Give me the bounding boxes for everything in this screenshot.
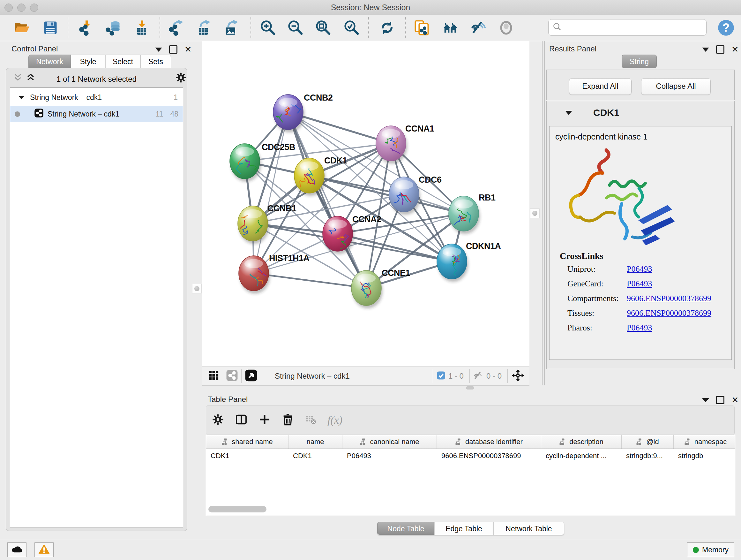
network-node-CCNB1[interactable]: CCNB1 xyxy=(236,204,296,244)
import-network-button[interactable] xyxy=(77,18,96,37)
table-cell[interactable]: CDK1 xyxy=(288,449,342,462)
column-namespace-icon xyxy=(221,438,229,446)
help-button[interactable]: ? xyxy=(717,18,735,37)
network-node-CCNE1[interactable]: CCNE1 xyxy=(351,268,410,308)
protein-collapse-icon[interactable] xyxy=(565,111,572,115)
open-session-button[interactable] xyxy=(12,18,31,37)
string-home-button[interactable] xyxy=(441,18,460,37)
hide-panel-button[interactable] xyxy=(469,18,488,37)
table-panel-float-icon[interactable] xyxy=(716,396,724,404)
column-label: namespac xyxy=(694,438,727,446)
network-canvas[interactable]: CCNB2 CCNA1 CDC25B CDK1 CDC6 xyxy=(202,41,529,367)
show-columns-icon[interactable] xyxy=(235,413,248,427)
refresh-button[interactable] xyxy=(378,18,396,37)
right-splitter-handle[interactable] xyxy=(530,208,540,218)
column-header[interactable]: namespac xyxy=(674,435,735,449)
share-network-icon[interactable] xyxy=(226,369,238,383)
column-header[interactable]: database identifier xyxy=(437,435,541,449)
grid-view-icon[interactable] xyxy=(208,370,219,382)
import-table-button[interactable] xyxy=(132,18,151,37)
clone-network-button[interactable] xyxy=(413,18,431,37)
results-panel-close-icon[interactable]: ✕ xyxy=(731,46,739,53)
export-network-button[interactable] xyxy=(167,18,185,37)
show-panel-button[interactable] xyxy=(497,18,515,37)
move-tool-icon[interactable] xyxy=(511,368,525,384)
tab-network-table[interactable]: Network Table xyxy=(493,522,564,535)
node-table: shared name name canonical name database… xyxy=(206,435,735,516)
table-cell[interactable]: 9606.ENSP00000378699 xyxy=(437,449,541,462)
warnings-button[interactable] xyxy=(35,543,54,557)
tab-select[interactable]: Select xyxy=(105,55,140,68)
column-header[interactable]: canonical name xyxy=(342,435,437,449)
add-column-icon[interactable] xyxy=(259,414,271,427)
control-panel-float-icon[interactable] xyxy=(169,45,178,54)
collection-expand-icon[interactable] xyxy=(18,96,24,99)
export-table-button[interactable] xyxy=(194,18,212,37)
table-panel-close-icon[interactable]: ✕ xyxy=(731,397,739,403)
zoom-selected-button[interactable] xyxy=(342,18,361,37)
network-node-HIST1H1A[interactable]: HIST1H1A xyxy=(239,253,310,294)
table-horizontal-scrollbar[interactable] xyxy=(208,506,266,512)
results-panel-menu-icon[interactable] xyxy=(702,48,709,52)
delete-column-icon[interactable] xyxy=(281,413,294,427)
memory-label: Memory xyxy=(702,546,729,554)
control-panel-menu-icon[interactable] xyxy=(155,48,162,52)
table-cell[interactable]: CDK1 xyxy=(206,449,288,462)
crosslink-row: Compartments: 9606.ENSP00000378699 xyxy=(567,294,727,308)
crosslink-value-link[interactable]: 9606.ENSP00000378699 xyxy=(627,308,711,318)
search-box[interactable] xyxy=(548,19,706,36)
network-options-gear-icon[interactable] xyxy=(175,72,187,84)
tab-string[interactable]: String xyxy=(622,55,657,68)
tab-node-table[interactable]: Node Table xyxy=(377,522,434,535)
tab-sets[interactable]: Sets xyxy=(140,55,171,68)
export-network-icon xyxy=(168,19,185,36)
crosslink-value-link[interactable]: P06493 xyxy=(627,279,652,289)
svg-text:?: ? xyxy=(723,21,730,34)
table-cell[interactable]: stringdb xyxy=(674,449,735,462)
cloud-button[interactable] xyxy=(7,543,26,557)
column-header[interactable]: description xyxy=(541,435,622,449)
collection-label: String Network – cdk1 xyxy=(30,93,102,102)
network-node-CDC6[interactable]: CDC6 xyxy=(389,175,442,215)
tab-style[interactable]: Style xyxy=(71,55,105,68)
crosslink-value-link[interactable]: P06493 xyxy=(627,323,652,333)
table-cell[interactable]: P06493 xyxy=(342,449,437,462)
network-collection-row[interactable]: String Network – cdk1 1 xyxy=(10,89,183,106)
save-session-button[interactable] xyxy=(41,18,60,37)
network-node-CDK1[interactable]: CDK1 xyxy=(294,156,347,196)
table-options-gear-icon[interactable] xyxy=(212,414,224,427)
memory-button[interactable]: Memory xyxy=(687,543,734,557)
network-node-CCNB2[interactable]: CCNB2 xyxy=(273,93,333,132)
collapse-all-button[interactable]: Collapse All xyxy=(641,78,711,95)
table-cell[interactable]: stringdb:9... xyxy=(622,449,674,462)
protein-section-header[interactable]: CDK1 xyxy=(547,101,734,124)
crosslink-value-link[interactable]: P06493 xyxy=(627,264,652,274)
network-node-CDKN1A[interactable]: CDKN1A xyxy=(437,241,501,282)
control-panel-close-icon[interactable]: ✕ xyxy=(185,46,192,53)
column-header[interactable]: name xyxy=(288,435,342,449)
birdseye-view-icon[interactable] xyxy=(245,369,258,383)
table-panel-menu-icon[interactable] xyxy=(702,398,709,402)
panel-divider xyxy=(542,41,545,385)
tab-edge-table[interactable]: Edge Table xyxy=(434,522,493,535)
table-cell[interactable]: cyclin-dependent ... xyxy=(541,449,622,462)
toolbar-separator xyxy=(405,17,406,38)
zoom-in-button[interactable] xyxy=(259,18,277,37)
left-splitter-handle[interactable] xyxy=(192,284,202,294)
zoom-fit-button[interactable] xyxy=(314,18,333,37)
horizontal-splitter-handle[interactable] xyxy=(466,386,474,389)
crosslink-value-link[interactable]: 9606.ENSP00000378699 xyxy=(627,294,711,303)
import-database-button[interactable] xyxy=(104,18,123,37)
results-panel-float-icon[interactable] xyxy=(716,45,724,54)
column-header[interactable]: shared name xyxy=(206,435,288,449)
network-row-selected[interactable]: String Network – cdk1 11 48 xyxy=(10,106,183,122)
expand-all-button[interactable]: Expand All xyxy=(569,78,631,95)
tab-network[interactable]: Network xyxy=(28,55,71,68)
network-node-RB1[interactable]: RB1 xyxy=(449,193,495,234)
column-namespace-icon xyxy=(360,438,367,446)
selected-checkbox-icon[interactable] xyxy=(436,371,446,381)
search-input[interactable] xyxy=(565,23,702,32)
column-header[interactable]: @id xyxy=(622,435,674,449)
export-image-button[interactable] xyxy=(222,18,240,37)
zoom-out-button[interactable] xyxy=(286,18,305,37)
